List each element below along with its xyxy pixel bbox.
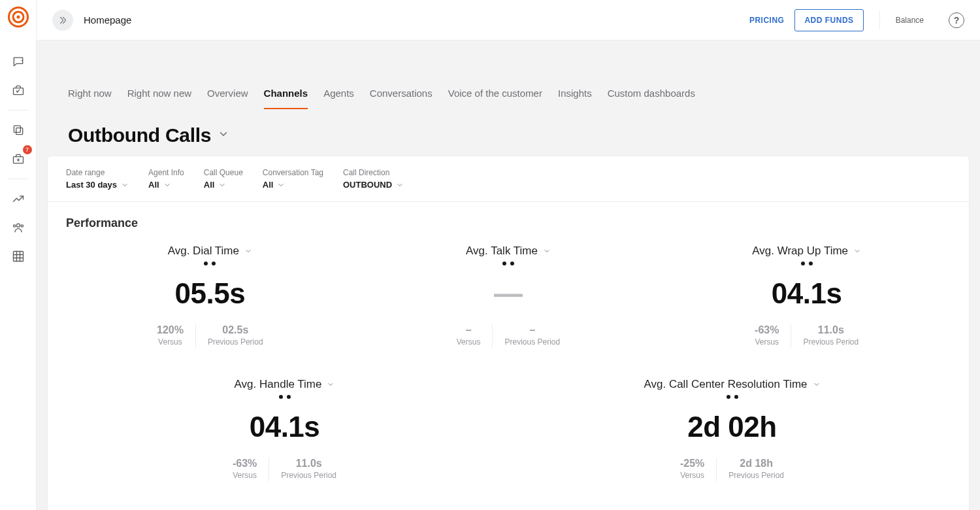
metric-avg-dial-time: Avg. Dial Time 05.5s 120%Versus 02.5sPre… <box>66 245 354 348</box>
filter-value[interactable]: All <box>263 180 323 190</box>
tab-conversations[interactable]: Conversations <box>370 88 433 109</box>
metric-dots <box>502 262 514 265</box>
compare-percent: -63% <box>755 324 779 336</box>
tabs: Right now Right now new Overview Channel… <box>47 51 970 110</box>
metric-compare: 120%Versus 02.5sPrevious Period <box>145 324 275 348</box>
metric-value-empty: — <box>494 277 523 310</box>
nav-inbox[interactable]: 7 <box>7 147 30 171</box>
section-title: Performance <box>66 216 951 230</box>
compare-percent: -63% <box>233 458 257 469</box>
metric-title-row[interactable]: Avg. Handle Time <box>235 378 335 391</box>
compare-versus-label: Versus <box>233 471 257 480</box>
nav-analytics[interactable] <box>7 187 30 211</box>
expand-sidebar-button[interactable] <box>52 10 73 31</box>
filter-agent-info[interactable]: Agent Info All <box>148 168 184 190</box>
metric-title: Avg. Call Center Resolution Time <box>644 378 807 391</box>
balance-label: Balance <box>896 16 924 25</box>
filter-value[interactable]: Last 30 days <box>66 180 129 190</box>
chevron-down-icon <box>543 247 551 255</box>
compare-prev-value: 11.0s <box>818 324 844 336</box>
filter-value-text: All <box>263 180 274 190</box>
nav-grid[interactable] <box>7 245 30 268</box>
filter-label: Date range <box>66 168 129 177</box>
tab-custom-dashboards[interactable]: Custom dashboards <box>608 88 695 109</box>
metric-avg-talk-time: Avg. Talk Time — –Versus –Previous Perio… <box>365 245 653 348</box>
filter-call-direction[interactable]: Call Direction OUTBOUND <box>343 168 404 190</box>
tab-insights[interactable]: Insights <box>558 88 592 109</box>
chevron-down-icon <box>244 247 252 255</box>
tab-overview[interactable]: Overview <box>207 88 248 109</box>
compare-prev-label: Previous Period <box>803 337 858 347</box>
svg-rect-12 <box>13 252 23 262</box>
metric-avg-resolution-time: Avg. Call Center Resolution Time 2d 02h … <box>514 378 951 481</box>
metric-value: 05.5s <box>175 277 246 310</box>
metric-title-row[interactable]: Avg. Wrap Up Time <box>752 245 861 258</box>
chevron-down-icon <box>327 381 335 388</box>
filter-value-text: Last 30 days <box>66 180 117 190</box>
compare-prev-value: – <box>529 324 535 336</box>
tab-right-now[interactable]: Right now <box>68 88 112 109</box>
metric-title: Avg. Wrap Up Time <box>752 245 848 258</box>
nav-duplicate[interactable] <box>7 118 30 142</box>
tab-voice-of-customer[interactable]: Voice of the customer <box>448 88 542 109</box>
help-button[interactable]: ? <box>949 12 964 28</box>
filter-value[interactable]: OUTBOUND <box>343 180 404 190</box>
add-funds-button[interactable]: ADD FUNDS <box>794 9 863 31</box>
filter-value[interactable]: All <box>204 180 243 190</box>
filter-date-range[interactable]: Date range Last 30 days <box>66 168 129 190</box>
filter-conversation-tag[interactable]: Conversation Tag All <box>263 168 323 190</box>
compare-versus-label: Versus <box>158 337 182 347</box>
tab-channels[interactable]: Channels <box>264 88 308 109</box>
metric-dots <box>727 395 738 399</box>
compare-versus-label: Versus <box>457 337 481 347</box>
metric-compare: -25%Versus 2d 18hPrevious Period <box>668 458 796 481</box>
sidebar-divider <box>8 110 29 110</box>
metric-title: Avg. Handle Time <box>235 378 322 391</box>
tab-agents[interactable]: Agents <box>323 88 354 109</box>
tab-right-now-new[interactable]: Right now new <box>127 88 191 109</box>
metric-title-row[interactable]: Avg. Talk Time <box>466 245 551 258</box>
svg-point-11 <box>21 225 23 227</box>
metric-title-row[interactable]: Avg. Dial Time <box>168 245 252 258</box>
app-logo[interactable] <box>5 4 31 30</box>
chevron-down-icon <box>121 181 129 189</box>
filters-bar: Date range Last 30 days Agent Info All C… <box>48 156 969 202</box>
metric-dots <box>801 262 813 265</box>
topbar: Homepage PRICING ADD FUNDS Balance ? <box>37 0 980 41</box>
chevron-down-icon <box>853 247 861 255</box>
nav-chat[interactable] <box>7 50 30 73</box>
metric-value: 04.1s <box>250 411 320 443</box>
svg-point-9 <box>16 224 20 227</box>
metric-value: 2d 02h <box>687 411 776 443</box>
svg-rect-7 <box>16 128 22 135</box>
metric-title-row[interactable]: Avg. Call Center Resolution Time <box>644 378 820 391</box>
chevron-down-icon <box>218 181 226 189</box>
compare-prev-label: Previous Period <box>281 471 336 480</box>
svg-rect-6 <box>14 126 20 132</box>
compare-versus-label: Versus <box>755 337 779 347</box>
nav-work[interactable] <box>7 78 30 102</box>
page-title-row[interactable]: Outbound Calls <box>47 110 970 156</box>
nav-inbox-badge: 7 <box>23 145 32 154</box>
page-breadcrumb: Homepage <box>84 14 131 26</box>
nav-people[interactable] <box>7 216 30 239</box>
chevron-down-icon <box>163 181 171 189</box>
metrics-row-2: Avg. Handle Time 04.1s -63%Versus 11.0sP… <box>66 378 951 481</box>
filter-label: Agent Info <box>148 168 184 177</box>
svg-point-10 <box>13 225 15 227</box>
filter-value[interactable]: All <box>148 180 184 190</box>
compare-prev-value: 02.5s <box>222 324 248 336</box>
svg-point-3 <box>21 60 22 61</box>
metric-avg-wrap-up-time: Avg. Wrap Up Time 04.1s -63%Versus 11.0s… <box>662 245 951 348</box>
content-scroll[interactable]: Right now Right now new Overview Channel… <box>37 41 980 510</box>
metric-title: Avg. Talk Time <box>466 245 538 258</box>
svg-point-2 <box>16 16 20 19</box>
sidebar-divider <box>8 178 29 179</box>
filter-call-queue[interactable]: Call Queue All <box>204 168 243 190</box>
pricing-link[interactable]: PRICING <box>749 16 785 25</box>
metric-title: Avg. Dial Time <box>168 245 239 258</box>
compare-percent: – <box>466 324 472 336</box>
chevron-down-icon <box>277 181 285 189</box>
metric-dots <box>279 395 291 399</box>
metrics-row-1: Avg. Dial Time 05.5s 120%Versus 02.5sPre… <box>66 245 951 348</box>
